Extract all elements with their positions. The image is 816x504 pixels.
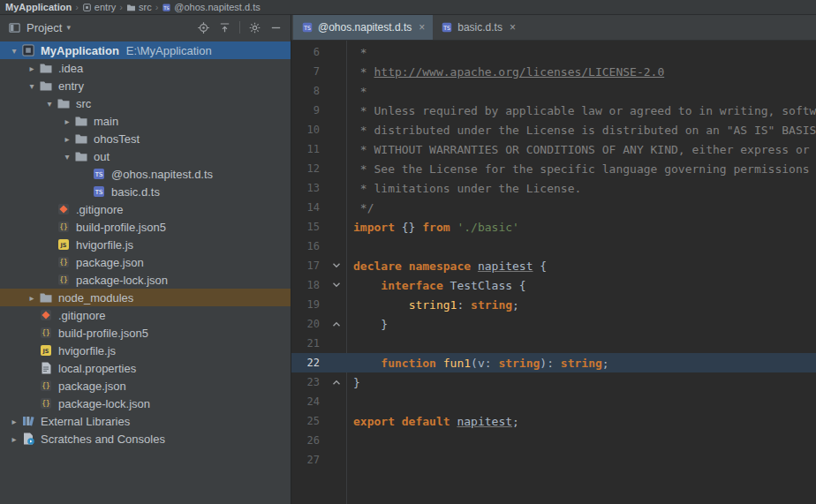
tree-item-external-libraries[interactable]: ▸External Libraries — [0, 412, 291, 430]
code-line-10[interactable]: 10 * distributed under the License is di… — [291, 120, 816, 139]
tree-item-myapplication[interactable]: ▾MyApplicationE:\MyApplication — [0, 41, 291, 59]
gear-icon[interactable] — [248, 21, 261, 34]
tree-item-package-json[interactable]: {}package.json — [0, 377, 291, 395]
project-panel-title[interactable]: Project — [26, 21, 62, 34]
line-number[interactable]: 6 — [291, 46, 327, 58]
tree-item-gitignore[interactable]: .gitignore — [0, 306, 291, 324]
chevron-down-icon[interactable]: ▾ — [42, 99, 57, 109]
code-line-19[interactable]: 19 string1: string; — [291, 295, 816, 314]
line-number[interactable]: 7 — [291, 65, 327, 78]
breadcrumb-item-myapplication[interactable]: MyApplication — [4, 2, 73, 12]
code-line-9[interactable]: 9 * Unless required by applicable law or… — [291, 101, 816, 120]
tree-item-ohos-napitest-d-ts[interactable]: TS@ohos.napitest.d.ts — [0, 165, 291, 183]
tree-item-build-profile-json5[interactable]: {}build-profile.json5 — [0, 218, 291, 236]
line-number[interactable]: 18 — [291, 279, 327, 291]
code-line-14[interactable]: 14 */ — [291, 198, 816, 217]
line-number[interactable]: 22 — [291, 357, 327, 369]
line-number[interactable]: 14 — [291, 201, 327, 214]
chevron-right-icon[interactable]: ▸ — [25, 293, 39, 303]
fold-start-icon[interactable] — [331, 280, 342, 290]
tree-item-out[interactable]: ▾out — [0, 147, 291, 165]
code-line-12[interactable]: 12 * See the License for the specific la… — [291, 159, 816, 178]
code-line-13[interactable]: 13 * limitations under the License. — [291, 178, 816, 198]
tree-item-main[interactable]: ▸main — [0, 112, 291, 130]
chevron-right-icon[interactable]: ▸ — [25, 64, 39, 73]
folder-icon — [74, 114, 89, 128]
chevron-right-icon[interactable]: ▸ — [7, 434, 21, 444]
tree-item-scratches-and-consoles[interactable]: ▸Scratches and Consoles — [0, 430, 291, 448]
fold-start-icon[interactable] — [331, 260, 342, 271]
tree-item-basic-d-ts[interactable]: TSbasic.d.ts — [0, 183, 291, 200]
main-split: Project ▾ ▾MyApplicationE:\MyApplication… — [0, 15, 816, 504]
code-line-27[interactable]: 27 — [291, 450, 816, 470]
tree-item-package-json[interactable]: {}package.json — [0, 253, 291, 271]
line-number[interactable]: 12 — [291, 162, 327, 175]
line-number[interactable]: 9 — [291, 104, 327, 117]
close-tab-icon[interactable]: × — [419, 21, 425, 34]
hide-icon[interactable] — [269, 21, 283, 34]
tree-item-node-modules[interactable]: ▸node_modules — [0, 289, 291, 306]
close-tab-icon[interactable]: × — [510, 21, 516, 34]
tree-item-hvigorfile-js[interactable]: JShvigorfile.js — [0, 236, 291, 253]
tab-ohos-napitest-d-ts[interactable]: TS@ohos.napitest.d.ts× — [293, 15, 433, 40]
tree-item-idea[interactable]: ▸.idea — [0, 59, 291, 77]
code-line-17[interactable]: 17declare namespace napitest { — [291, 256, 816, 275]
code-line-18[interactable]: 18 interface TestClass { — [291, 275, 816, 295]
tree-item-ohostest[interactable]: ▸ohosTest — [0, 130, 291, 147]
code-line-24[interactable]: 24 — [291, 392, 816, 411]
line-number[interactable]: 25 — [291, 415, 327, 427]
chevron-right-icon[interactable]: ▸ — [60, 117, 74, 126]
tab-basic-d-ts[interactable]: TSbasic.d.ts× — [433, 15, 524, 40]
code-line-25[interactable]: 25export default napitest; — [291, 411, 816, 431]
tree-item-package-lock-json[interactable]: {}package-lock.json — [0, 271, 291, 289]
breadcrumb-item-ohos-napitest-d-ts[interactable]: TS@ohos.napitest.d.ts — [160, 2, 261, 12]
collapse-all-icon[interactable] — [218, 21, 231, 34]
code-editor[interactable]: 6 *7 * http://www.apache.org/licenses/LI… — [291, 41, 816, 504]
line-number[interactable]: 20 — [291, 318, 327, 330]
tree-item-hvigorfile-js[interactable]: JShvigorfile.js — [0, 342, 291, 359]
fold-end-icon[interactable] — [331, 319, 342, 329]
line-number[interactable]: 19 — [291, 298, 327, 311]
chevron-right-icon[interactable]: ▸ — [7, 417, 21, 426]
line-number[interactable]: 17 — [291, 260, 327, 272]
breadcrumb-separator: › — [155, 2, 159, 12]
fold-end-icon[interactable] — [331, 377, 342, 387]
code-line-26[interactable]: 26 — [291, 431, 816, 450]
chevron-down-icon[interactable]: ▾ — [25, 81, 39, 91]
tree-item-local-properties[interactable]: local.properties — [0, 359, 291, 377]
breadcrumb-item-entry[interactable]: entry — [80, 2, 117, 12]
code-line-22[interactable]: 22 function fun1(v: string): string; — [291, 353, 816, 372]
tree-item-entry[interactable]: ▾entry — [0, 77, 291, 94]
chevron-right-icon[interactable]: ▸ — [60, 134, 74, 144]
line-number[interactable]: 10 — [291, 124, 327, 136]
line-number[interactable]: 15 — [291, 221, 327, 233]
line-number[interactable]: 13 — [291, 182, 327, 194]
tree-item-package-lock-json[interactable]: {}package-lock.json — [0, 395, 291, 412]
breadcrumb-item-src[interactable]: src — [125, 2, 154, 12]
chevron-down-icon[interactable]: ▾ — [7, 46, 21, 56]
tree-item-build-profile-json5[interactable]: {}build-profile.json5 — [0, 324, 291, 342]
fold-gutter — [327, 237, 346, 256]
code-line-11[interactable]: 11 * WITHOUT WARRANTIES OR CONDITIONS OF… — [291, 139, 816, 159]
code-line-23[interactable]: 23} — [291, 372, 816, 392]
code-line-8[interactable]: 8 * — [291, 81, 816, 101]
line-number[interactable]: 16 — [291, 240, 327, 252]
line-number[interactable]: 8 — [291, 85, 327, 97]
line-number[interactable]: 26 — [291, 434, 327, 447]
tree-item-src[interactable]: ▾src — [0, 94, 291, 112]
code-line-21[interactable]: 21 — [291, 334, 816, 353]
locate-icon[interactable] — [197, 21, 210, 34]
line-number[interactable]: 23 — [291, 376, 327, 388]
code-line-20[interactable]: 20 } — [291, 314, 816, 334]
code-line-7[interactable]: 7 * http://www.apache.org/licenses/LICEN… — [291, 62, 816, 81]
tree-item-gitignore[interactable]: .gitignore — [0, 200, 291, 218]
line-number[interactable]: 27 — [291, 454, 327, 466]
code-line-15[interactable]: 15import {} from './basic' — [291, 217, 816, 237]
code-line-6[interactable]: 6 * — [291, 42, 816, 62]
line-number[interactable]: 24 — [291, 395, 327, 408]
chevron-down-icon[interactable]: ▾ — [60, 152, 74, 162]
code-line-16[interactable]: 16 — [291, 237, 816, 256]
line-number[interactable]: 11 — [291, 143, 327, 155]
line-number[interactable]: 21 — [291, 337, 327, 350]
chevron-down-icon[interactable]: ▾ — [66, 23, 71, 32]
